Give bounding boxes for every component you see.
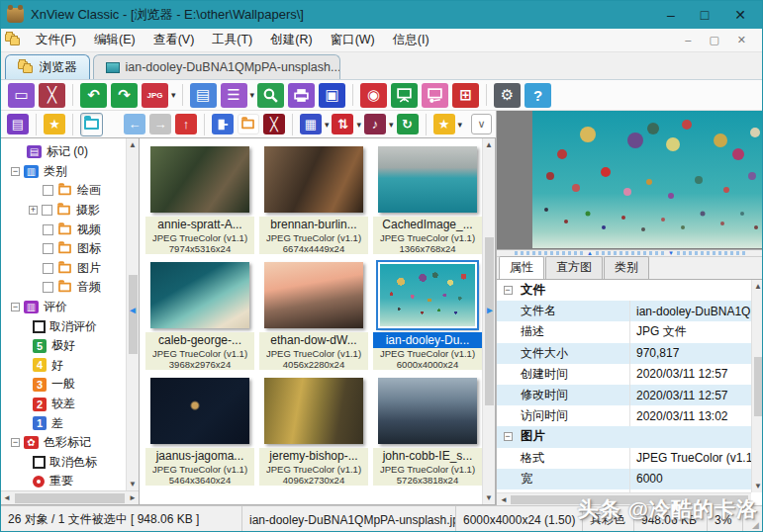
fullscreen-button[interactable]: ╳ [39,83,65,108]
checkbox[interactable] [33,320,46,333]
tab-properties[interactable]: 属性 [499,256,544,280]
rotate-left-button[interactable]: ↶ [80,83,107,108]
open-folder-button[interactable] [212,114,234,134]
view-list-dropdown[interactable]: ▾ [250,90,255,100]
sort-dropdown[interactable]: ▾ [356,120,361,130]
thumbnail-jeremy-bishop[interactable]: jeremy-bishop-... JPEG TrueColor (v1.1) … [259,378,368,486]
splitter-handle[interactable] [677,251,746,255]
properties-horizontal-scrollbar[interactable]: ◄ [497,492,751,505]
mdi-restore-button[interactable]: ▢ [705,33,722,47]
scroll-down-icon[interactable]: ▼ [485,493,493,502]
scroll-up-icon[interactable]: ▲ [129,140,137,149]
table-row-filesize[interactable]: 文件大小 970,817 [497,343,751,364]
table-row-width[interactable]: 宽 6000 [497,469,751,489]
scroll-left-icon[interactable]: ◄ [1,493,13,502]
collapse-box[interactable]: − [504,432,513,441]
thumbnail-caleb-george[interactable]: caleb-george-... JPEG TrueColor (v1.1) 3… [145,262,254,370]
rating-button[interactable]: ★ [433,114,455,134]
sidebar-item-categories[interactable]: − ▥ 类别 [3,162,139,182]
thumbnail-annie-spratt[interactable]: annie-spratt-A... JPEG TrueColor (v1.1) … [145,146,254,254]
sidebar-item-rating-5[interactable]: 5 极好 [3,336,139,356]
print-button[interactable] [288,83,315,108]
scrollbar-thumb[interactable] [511,495,748,504]
rating-dropdown[interactable]: ▾ [458,120,463,130]
splitter-down-icon[interactable]: ▼ [668,250,674,256]
back-button[interactable]: ← [124,114,145,134]
sidebar-item-pictures[interactable]: 图片 [3,259,139,279]
delete-button[interactable]: ╳ [263,114,285,134]
table-row-accessed[interactable]: 访问时间 2020/03/11 13:02 [497,405,751,426]
scrollbar-thumb[interactable] [754,357,763,416]
menu-window[interactable]: 窗口(W) [322,29,384,51]
table-row-format[interactable]: 格式 JPEG TrueColor (v1.1) [497,448,751,469]
tab-image[interactable]: ian-dooley-DuBNA1QMpPA-unsplash... [93,54,340,79]
menu-view[interactable]: 查看(V) [144,29,204,51]
thumbnail-john-cobb[interactable]: john-cobb-IE_s... JPEG TrueColor (v1.1) … [373,378,482,486]
thumbnail-jaanus-jagomagi[interactable]: jaanus-jagoma... JPEG TrueColor (v1.1) 5… [145,378,254,486]
scroll-up-icon[interactable]: ▲ [485,140,493,149]
refresh-button[interactable]: ↻ [397,114,419,134]
sidebar-item-important[interactable]: 重要 [3,472,139,490]
sidebar-item-rating[interactable]: − ▥ 评价 [3,298,139,317]
sidebar-item-rating-3[interactable]: 3 一般 [3,375,139,395]
menu-create[interactable]: 创建(R) [261,29,321,51]
scroll-down-icon[interactable]: ▼ [754,482,762,490]
checkbox[interactable] [43,243,53,254]
maximize-button[interactable]: □ [701,8,709,22]
table-row-description[interactable]: 描述 JPG 文件 [497,321,751,342]
checkbox[interactable] [33,456,46,469]
thumbnail-vertical-scrollbar[interactable]: ▲ ▼ [482,138,495,504]
view-mode-button[interactable]: ▦ [300,114,322,134]
menu-tools[interactable]: 工具(T) [203,29,261,51]
search-button[interactable] [257,83,284,108]
menu-edit[interactable]: 编辑(E) [85,29,144,51]
sidebar-item-tags[interactable]: ▤ 标记 (0) [3,142,139,162]
jpeg-lossless-button[interactable]: JPG [142,83,168,108]
view-list-button[interactable]: ☰ [221,83,247,108]
screen-capture-button[interactable] [422,83,448,108]
sidebar-item-rating-1[interactable]: 1 差 [3,413,139,433]
sidebar-item-rating-2[interactable]: 2 较差 [3,395,139,414]
batch-convert-button[interactable]: ⊞ [452,83,479,108]
thumbnail-ian-dooley-selected[interactable]: ian-dooley-Du... JPEG TrueColor (v1.1) 6… [373,262,482,370]
category-pane-button[interactable]: ▤ [7,114,29,134]
thumbnail-cachedimage[interactable]: CachedImage_... JPEG TrueColor (v1.1) 13… [373,146,482,254]
close-button[interactable]: ✕ [734,8,746,22]
sidebar-collapse-arrow[interactable]: ◄ [128,305,138,315]
sidebar-horizontal-scrollbar[interactable]: ◄ ► [1,490,139,504]
mdi-minimize-button[interactable]: – [681,33,695,47]
sidebar-item-icons[interactable]: 图标 [3,239,139,259]
collapse-box[interactable]: − [504,286,513,295]
scroll-down-icon[interactable]: ▼ [129,480,137,488]
thumbnail-brennan-burlingham[interactable]: brennan-burlin... JPEG TrueColor (v1.1) … [259,146,368,254]
sidebar-item-rating-4[interactable]: 4 好 [3,356,139,376]
view-mode-dropdown[interactable]: ▾ [325,120,330,130]
scroll-right-icon[interactable]: ► [127,493,139,502]
image-viewer-button[interactable]: ▣ [319,83,345,108]
scrollbar-thumb[interactable] [485,237,494,405]
toolbar-overflow-button[interactable]: ∨ [471,114,492,134]
splitter-handle[interactable] [596,251,665,255]
checkbox[interactable] [43,263,53,274]
collapse-box[interactable]: − [11,303,20,311]
help-button[interactable]: ? [525,83,551,108]
menu-file[interactable]: 文件(F) [27,29,85,51]
properties-button[interactable]: ▤ [190,83,217,108]
up-button[interactable]: ↑ [175,114,197,134]
table-row-filename[interactable]: 文件名 ian-dooley-DuBNA1QM [497,301,751,321]
table-row-modified[interactable]: 修改时间 2020/03/11 12:57 [497,385,751,405]
filter-button[interactable]: ♪ [364,114,386,134]
collapse-box[interactable]: − [11,167,20,176]
preview-pane[interactable] [497,111,763,250]
thumbnail-ethan-dow[interactable]: ethan-dow-dW... JPEG TrueColor (v1.1) 40… [259,262,368,370]
view-folder-button[interactable] [238,114,259,134]
mdi-close-button[interactable]: ✕ [733,33,750,47]
scroll-left-icon[interactable]: ◄ [500,495,508,504]
checkbox[interactable] [43,185,53,196]
menu-info[interactable]: 信息(I) [384,29,438,51]
checkbox[interactable] [42,205,52,216]
viewer-mode-button[interactable]: ▭ [8,83,35,108]
tab-categories[interactable]: 类别 [604,256,649,279]
checkbox[interactable] [43,224,53,235]
rotate-right-button[interactable]: ↷ [111,83,138,108]
